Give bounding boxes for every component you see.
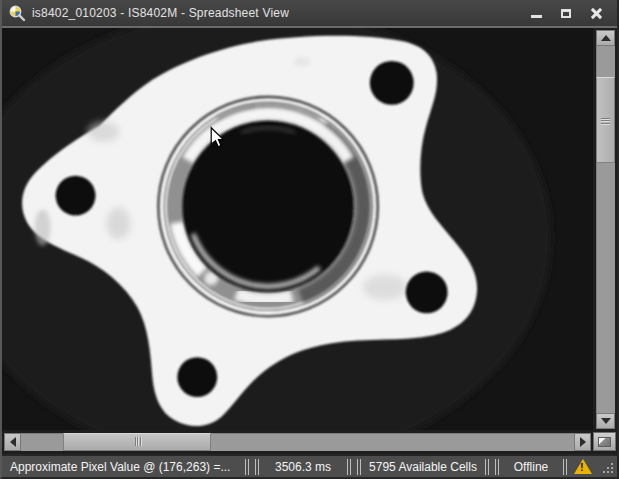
pixel-value-text: Approximate Pixel Value @ (176,263) =... (10, 460, 230, 474)
horizontal-scroll-track[interactable] (21, 433, 574, 451)
horizontal-scrollbar-row (2, 430, 617, 454)
horizontal-scroll-thumb[interactable] (63, 433, 211, 451)
status-bar: Approximate Pixel Value @ (176,263) =...… (2, 454, 617, 477)
scroll-left-button[interactable] (4, 433, 21, 451)
status-separator (495, 459, 499, 475)
status-separator (347, 459, 351, 475)
status-separator (245, 459, 249, 475)
minimize-icon (531, 15, 542, 18)
window-body (2, 28, 617, 430)
vertical-scrollbar-area (593, 28, 617, 430)
insight-magnifier-icon (8, 4, 26, 22)
camera-image-flange (2, 28, 593, 430)
close-button[interactable] (581, 1, 611, 25)
status-separator (485, 459, 489, 475)
thumb-grip-icon (601, 120, 610, 121)
maximize-button[interactable] (551, 1, 581, 25)
status-separator (357, 459, 361, 475)
scroll-down-button[interactable] (596, 413, 615, 429)
scroll-right-button[interactable] (574, 433, 591, 451)
window-controls (521, 1, 611, 25)
image-fit-button[interactable] (593, 432, 616, 451)
up-arrow-icon (601, 35, 611, 41)
image-fit-icon (598, 437, 611, 447)
image-viewport[interactable] (2, 28, 593, 430)
horizontal-scrollbar[interactable] (4, 433, 591, 451)
status-warning[interactable] (570, 459, 596, 474)
status-connection: Offline (502, 458, 560, 475)
flange-center-ring (158, 97, 377, 316)
flange-bore (182, 121, 354, 293)
connection-status-text: Offline (514, 460, 548, 474)
warning-triangle-icon (574, 459, 592, 474)
vertical-scroll-thumb[interactable] (596, 77, 615, 163)
status-separator (255, 459, 259, 475)
status-pixel-value: Approximate Pixel Value @ (176,263) =... (4, 458, 242, 475)
vertical-scrollbar[interactable] (596, 30, 615, 429)
status-acquisition-time: 3506.3 ms (262, 458, 344, 475)
title-bar[interactable]: is8402_010203 - IS8402M - Spreadsheet Vi… (2, 0, 617, 28)
resize-grip[interactable] (611, 471, 613, 473)
available-cells-text: 5795 Available Cells (369, 460, 477, 474)
spreadsheet-view-window: is8402_010203 - IS8402M - Spreadsheet Vi… (0, 0, 619, 479)
status-separator (563, 459, 567, 475)
acquisition-time-text: 3506.3 ms (275, 460, 331, 474)
maximize-icon (561, 9, 571, 18)
window-title: is8402_010203 - IS8402M - Spreadsheet Vi… (32, 6, 289, 20)
thumb-grip-icon (137, 437, 138, 446)
left-arrow-icon (10, 437, 16, 447)
status-available-cells: 5795 Available Cells (364, 458, 482, 475)
minimize-button[interactable] (521, 1, 551, 25)
scroll-up-button[interactable] (596, 30, 615, 46)
close-icon (591, 8, 602, 19)
down-arrow-icon (601, 418, 611, 424)
right-arrow-icon (580, 437, 586, 447)
vertical-scroll-track[interactable] (596, 46, 615, 413)
